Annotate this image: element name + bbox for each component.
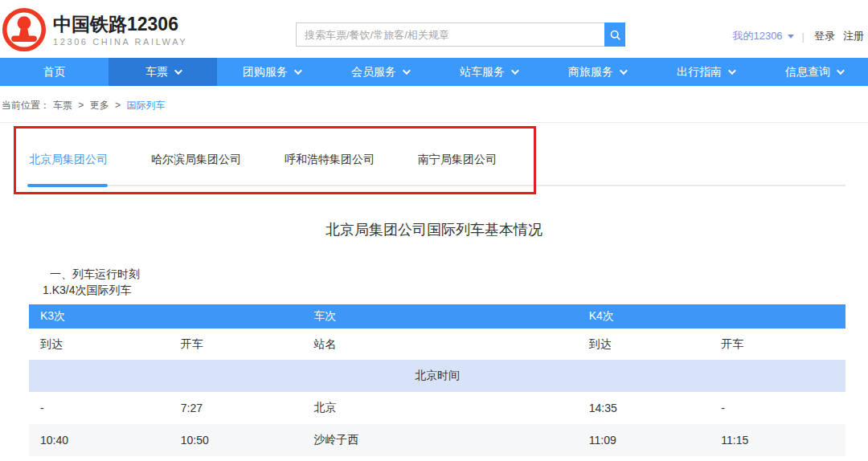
logo-subtitle: 12306 CHINA RAILWAY <box>53 37 187 47</box>
tab-beijing-bureau[interactable]: 北京局集团公司 <box>29 153 108 167</box>
tab-nanning-bureau[interactable]: 南宁局集团公司 <box>418 153 497 167</box>
nav-label: 团购服务 <box>243 65 288 80</box>
nav-item-business-travel[interactable]: 商旅服务 <box>542 58 651 86</box>
nav-item-home[interactable]: 首页 <box>0 58 108 86</box>
chevron-down-icon <box>620 67 628 75</box>
nav-label: 出行指南 <box>677 65 722 80</box>
nav-item-tickets[interactable]: 车票 <box>108 58 217 86</box>
col-header-arrive: 到达 <box>578 337 710 352</box>
breadcrumb: 当前位置：车票 > 更多 > 国际列车 <box>0 86 868 122</box>
breadcrumb-separator: > <box>115 100 121 111</box>
active-tab-indicator <box>27 184 108 187</box>
table-group-header-row: K3次 车次 K4次 <box>29 304 845 328</box>
site-header: 中国铁路12306 12306 CHINA RAILWAY 我的12306 | … <box>0 0 868 58</box>
nav-item-group-buy[interactable]: 团购服务 <box>217 58 326 86</box>
international-train-table: K3次 车次 K4次 到达 开车 站名 到达 开车 北京时间 - 7:27 北京… <box>29 304 845 456</box>
register-link[interactable]: 注册 <box>843 29 864 43</box>
panel-divider <box>0 122 868 123</box>
bureau-tabs: 北京局集团公司 哈尔滨局集团公司 呼和浩特集团公司 南宁局集团公司 <box>29 153 540 167</box>
search-icon <box>609 29 621 41</box>
group-header-k4: K4次 <box>578 309 710 324</box>
group-header-k3: K3次 <box>29 309 170 324</box>
cell-depart: 11:15 <box>710 434 845 447</box>
chevron-down-icon <box>511 67 519 75</box>
tab-harbin-bureau[interactable]: 哈尔滨局集团公司 <box>151 153 241 167</box>
chevron-down-icon <box>174 67 182 75</box>
table-column-header-row: 到达 开车 站名 到达 开车 <box>29 328 845 360</box>
cell-arrive: - <box>29 402 170 414</box>
col-header-station: 站名 <box>302 337 577 352</box>
chevron-down-icon <box>403 67 411 75</box>
nav-item-info-query[interactable]: 信息查询 <box>760 58 868 86</box>
page-title: 北京局集团公司国际列车基本情况 <box>0 220 868 239</box>
account-divider: | <box>802 31 805 43</box>
cell-arrive: 14:35 <box>578 402 710 414</box>
breadcrumb-prefix: 当前位置： <box>2 100 50 111</box>
breadcrumb-current-international-trains[interactable]: 国际列车 <box>126 100 165 111</box>
page: 中国铁路12306 12306 CHINA RAILWAY 我的12306 | … <box>0 0 868 461</box>
search-bar <box>296 22 625 47</box>
breadcrumb-tickets[interactable]: 车票 <box>53 100 72 111</box>
beijing-time-row: 北京时间 <box>29 360 845 392</box>
nav-label: 站车服务 <box>460 65 505 80</box>
my-12306-label: 我的12306 <box>732 29 782 43</box>
china-railway-emblem-icon <box>2 7 47 52</box>
cell-arrive: 11:09 <box>578 434 710 447</box>
nav-item-membership[interactable]: 会员服务 <box>326 58 434 86</box>
section-heading: 一、列车运行时刻 <box>43 266 140 282</box>
tab-track <box>29 185 845 186</box>
nav-item-travel-guide[interactable]: 出行指南 <box>651 58 760 86</box>
chevron-down-icon <box>837 67 845 75</box>
logo-title: 中国铁路12306 <box>53 14 187 35</box>
caret-down-icon <box>788 35 794 39</box>
cell-arrive: 10:40 <box>29 434 170 447</box>
table-row: 10:40 10:50 沙岭子西 11:09 11:15 <box>29 424 845 456</box>
breadcrumb-separator: > <box>78 100 84 111</box>
logo-text: 中国铁路12306 12306 CHINA RAILWAY <box>53 14 187 47</box>
cell-depart: 10:50 <box>170 434 303 447</box>
nav-label: 首页 <box>43 65 66 80</box>
col-header-arrive: 到达 <box>29 337 170 352</box>
my-12306-menu[interactable]: 我的12306 <box>732 29 793 43</box>
login-link[interactable]: 登录 <box>814 29 835 43</box>
cell-station: 沙岭子西 <box>302 433 577 447</box>
cell-depart: - <box>710 402 845 414</box>
nav-label: 商旅服务 <box>568 65 613 80</box>
chevron-down-icon <box>728 67 736 75</box>
site-logo[interactable]: 中国铁路12306 12306 CHINA RAILWAY <box>2 7 187 52</box>
nav-item-station-service[interactable]: 站车服务 <box>434 58 542 86</box>
cell-station: 北京 <box>302 401 577 415</box>
col-header-depart: 开车 <box>170 337 303 352</box>
main-nav: 首页 车票 团购服务 会员服务 站车服务 商旅服务 出行指南 信息查询 <box>0 58 868 86</box>
chevron-down-icon <box>294 67 302 75</box>
search-input[interactable] <box>296 22 604 47</box>
nav-label: 信息查询 <box>785 65 830 80</box>
nav-label: 车票 <box>145 65 168 80</box>
search-button[interactable] <box>604 22 625 47</box>
group-header-train: 车次 <box>302 309 577 324</box>
account-area: 我的12306 | 登录 注册 <box>732 29 864 43</box>
tab-hohhot-bureau[interactable]: 呼和浩特集团公司 <box>285 153 375 167</box>
section-headings: 一、列车运行时刻 1.K3/4次国际列车 <box>43 266 140 298</box>
section-subheading: 1.K3/4次国际列车 <box>43 282 140 298</box>
cell-depart: 7:27 <box>170 402 303 414</box>
beijing-time-label: 北京时间 <box>415 369 460 383</box>
nav-label: 会员服务 <box>351 65 396 80</box>
table-row: - 7:27 北京 14:35 - <box>29 392 845 424</box>
breadcrumb-more[interactable]: 更多 <box>90 100 109 111</box>
col-header-depart: 开车 <box>710 337 845 352</box>
